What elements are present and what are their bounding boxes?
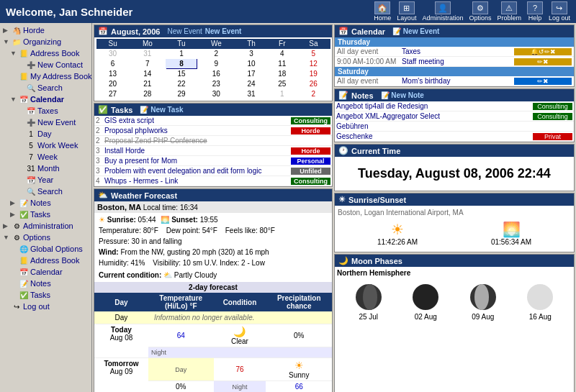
cal-cell[interactable]: 26: [297, 79, 330, 89]
cal-cell[interactable]: 27: [96, 89, 130, 99]
sidebar-item-new-event[interactable]: ➕ New Event: [1, 117, 90, 128]
new-note-link[interactable]: 📝 New Note: [381, 91, 424, 99]
cal-cell[interactable]: 30: [96, 49, 130, 59]
task-link-2[interactable]: Proposal phpIworks: [104, 127, 291, 135]
cal-cell[interactable]: 11: [267, 59, 297, 69]
cal-cell[interactable]: 30: [197, 89, 235, 99]
cal-cell[interactable]: 14: [130, 69, 166, 79]
nav-logout[interactable]: ↪ Log out: [549, 1, 570, 22]
task-link-3[interactable]: Proposal Zend PHP Conference: [104, 137, 291, 145]
task-link-6[interactable]: Problem with event delegation and edit f…: [104, 167, 291, 175]
sidebar-item-calendar[interactable]: ▼ 📅 Calendar: [1, 94, 90, 105]
sidebar-label-options[interactable]: Options: [23, 233, 50, 242]
sidebar-item-search-cal[interactable]: 🔍 Search: [1, 186, 90, 197]
sidebar-label-tasks[interactable]: Tasks: [30, 210, 50, 219]
new-event-link-label[interactable]: New Event: [205, 27, 242, 35]
nav-problem[interactable]: ⚠ Problem: [497, 1, 521, 22]
task-link-4[interactable]: Install Horde: [104, 147, 291, 155]
sidebar-item-taxes[interactable]: 📅 Taxes: [1, 105, 90, 117]
cal-cell[interactable]: 3: [235, 49, 268, 59]
cal-cell[interactable]: 29: [166, 89, 197, 99]
sidebar-label-month[interactable]: Month: [37, 164, 60, 173]
sidebar-label-options-tasks[interactable]: Tasks: [30, 291, 50, 299]
nav-help[interactable]: ? Help: [527, 1, 543, 22]
sidebar-item-week[interactable]: 7 Week: [1, 151, 90, 163]
sidebar-item-day[interactable]: 1 Day: [1, 128, 90, 140]
nav-layout[interactable]: ⊞ Layout: [397, 1, 416, 22]
sidebar-label-options-cal[interactable]: Calendar: [30, 268, 63, 276]
new-task-link[interactable]: 📝 New Task: [140, 106, 183, 114]
cal-cell[interactable]: 17: [235, 69, 268, 79]
cal-cell[interactable]: 28: [130, 89, 166, 99]
cal-cell[interactable]: 5: [297, 49, 330, 59]
cal-cell[interactable]: 13: [96, 69, 130, 79]
note-link-4[interactable]: Geschenke: [336, 132, 533, 140]
sidebar-label-taxes[interactable]: Taxes: [37, 106, 58, 115]
cal-cell[interactable]: 31: [235, 89, 268, 99]
nav-options[interactable]: ⚙ Options: [469, 1, 491, 22]
task-link-7[interactable]: Whups - Hermes - Link: [104, 177, 291, 185]
task-link-5[interactable]: Buy a present for Mom: [104, 157, 291, 165]
right-new-event-link[interactable]: 📝 New Event: [392, 27, 439, 35]
cal-cell[interactable]: 24: [235, 79, 268, 89]
cal-cell[interactable]: 20: [96, 79, 130, 89]
sidebar-item-options-tasks[interactable]: ✅ Tasks: [1, 289, 90, 301]
sidebar-item-global-options[interactable]: 🌐 Global Options: [1, 243, 90, 255]
cal-cell[interactable]: 19: [297, 69, 330, 79]
sidebar-label-logout[interactable]: Log out: [23, 302, 50, 311]
cal-cell[interactable]: 18: [267, 69, 297, 79]
sidebar-item-options[interactable]: ▼ ⚙ Options: [1, 232, 90, 243]
nav-admin[interactable]: 👤 Administration: [422, 1, 463, 22]
sidebar-label-new-event[interactable]: New Event: [37, 118, 76, 127]
new-event-link[interactable]: New Event: [167, 27, 202, 35]
sidebar-label-options-notes[interactable]: Notes: [30, 279, 51, 288]
sidebar-label-organizing[interactable]: Organizing: [23, 37, 61, 46]
cal-cell[interactable]: 2: [297, 89, 330, 99]
sidebar-label-search-cal[interactable]: Search: [37, 187, 63, 196]
sidebar-label-addressbook[interactable]: Address Book: [30, 49, 79, 58]
sidebar-item-my-addressbook[interactable]: 📒 My Address Book: [1, 70, 90, 82]
cal-cell[interactable]: 15: [166, 69, 197, 79]
sidebar-item-year[interactable]: 📆 Year: [1, 174, 90, 186]
sidebar-label-new-contact[interactable]: New Contact: [37, 60, 83, 69]
sidebar-label-week[interactable]: Week: [37, 152, 58, 161]
sidebar-item-notes[interactable]: ▶ 📝 Notes: [1, 197, 90, 209]
nav-home[interactable]: 🏠 Home: [374, 1, 391, 22]
sidebar-label-day[interactable]: Day: [37, 129, 52, 138]
sidebar-item-horde[interactable]: ▶ 🐴 Horde: [1, 24, 90, 36]
sidebar-label-work-week[interactable]: Work Week: [37, 141, 78, 150]
sidebar-label-global-options[interactable]: Global Options: [30, 245, 83, 253]
cal-cell[interactable]: 6: [96, 59, 130, 69]
note-link-1[interactable]: Angebot tip4all die Redesign: [336, 102, 533, 110]
cal-cell[interactable]: 25: [267, 79, 297, 89]
sidebar-label-year[interactable]: Year: [37, 176, 53, 184]
sidebar-label-admin[interactable]: Administration: [23, 222, 73, 230]
sidebar-item-organizing[interactable]: ▼ 📁 Organizing: [1, 36, 90, 47]
sidebar-item-month[interactable]: 31 Month: [1, 163, 90, 174]
cal-cell[interactable]: 23: [197, 79, 235, 89]
sidebar-label-my-ab[interactable]: My Address Book: [30, 72, 92, 81]
cal-cell[interactable]: 1: [267, 89, 297, 99]
cal-cell-today[interactable]: 8: [166, 59, 197, 69]
cal-cell[interactable]: 2: [197, 49, 235, 59]
sidebar-item-options-cal[interactable]: 📅 Calendar: [1, 266, 90, 278]
sidebar-item-options-ab[interactable]: 📒 Address Book: [1, 255, 90, 266]
sidebar-item-search-addr[interactable]: 🔍 Search: [1, 82, 90, 94]
cal-cell[interactable]: 1: [166, 49, 197, 59]
sidebar-item-admin[interactable]: ▶ ⚙ Administration: [1, 220, 90, 232]
task-link-1[interactable]: GIS extra script: [104, 117, 291, 124]
cal-cell[interactable]: 10: [235, 59, 268, 69]
cal-cell[interactable]: 31: [130, 49, 166, 59]
cal-cell[interactable]: 9: [197, 59, 235, 69]
sidebar-label-search-addr[interactable]: Search: [37, 83, 63, 92]
sidebar-item-options-notes[interactable]: 📝 Notes: [1, 278, 90, 289]
cal-cell[interactable]: 21: [130, 79, 166, 89]
sidebar-item-new-contact[interactable]: ➕ New Contact: [1, 59, 90, 70]
cal-cell[interactable]: 16: [197, 69, 235, 79]
sidebar-label-options-ab[interactable]: Address Book: [30, 256, 79, 265]
cal-cell[interactable]: 4: [267, 49, 297, 59]
cal-cell[interactable]: 12: [297, 59, 330, 69]
note-link-3[interactable]: Gebühren: [336, 122, 533, 130]
sidebar-label-horde[interactable]: Horde: [23, 26, 45, 35]
note-link-2[interactable]: Angebot XML-Aggregator Select: [336, 112, 533, 120]
